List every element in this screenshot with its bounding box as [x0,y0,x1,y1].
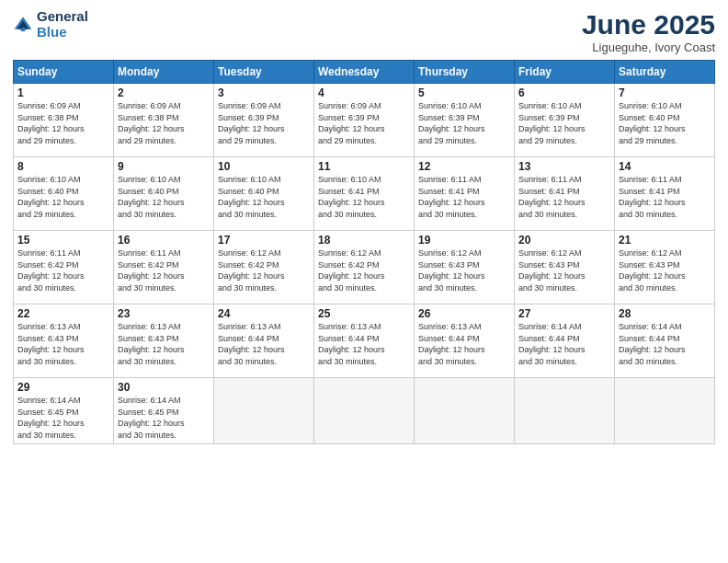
day-info: Sunrise: 6:13 AM Sunset: 6:43 PM Dayligh… [118,321,210,367]
day-number: 18 [318,234,410,247]
day-number: 29 [17,381,109,394]
day-number: 17 [218,234,310,247]
day-number: 12 [418,160,510,173]
day-cell: 20Sunrise: 6:12 AM Sunset: 6:43 PM Dayli… [515,231,615,304]
day-info: Sunrise: 6:11 AM Sunset: 6:42 PM Dayligh… [17,247,109,293]
day-number: 30 [118,381,210,394]
day-number: 2 [118,86,210,99]
day-cell: 8Sunrise: 6:10 AM Sunset: 6:40 PM Daylig… [14,157,114,231]
day-cell: 27Sunrise: 6:14 AM Sunset: 6:44 PM Dayli… [515,304,615,378]
day-cell: 19Sunrise: 6:12 AM Sunset: 6:43 PM Dayli… [415,231,515,304]
calendar-page: General Blue June 2025 Ligueguhe, Ivory … [0,0,728,563]
col-thursday: Thursday [415,61,515,84]
day-number: 13 [518,160,610,173]
day-info: Sunrise: 6:14 AM Sunset: 6:44 PM Dayligh… [619,321,711,367]
col-tuesday: Tuesday [214,61,314,84]
day-info: Sunrise: 6:12 AM Sunset: 6:42 PM Dayligh… [218,247,310,293]
day-info: Sunrise: 6:11 AM Sunset: 6:41 PM Dayligh… [418,174,510,220]
day-cell: 5Sunrise: 6:10 AM Sunset: 6:39 PM Daylig… [415,84,515,157]
day-cell: 3Sunrise: 6:09 AM Sunset: 6:39 PM Daylig… [214,84,314,157]
col-sunday: Sunday [14,61,114,84]
day-cell: 22Sunrise: 6:13 AM Sunset: 6:43 PM Dayli… [14,304,114,378]
day-cell: 29Sunrise: 6:14 AM Sunset: 6:45 PM Dayli… [14,378,114,444]
calendar-table: Sunday Monday Tuesday Wednesday Thursday… [13,60,715,444]
day-info: Sunrise: 6:12 AM Sunset: 6:42 PM Dayligh… [318,247,410,293]
title-block: June 2025 Ligueguhe, Ivory Coast [582,9,715,54]
day-info: Sunrise: 6:10 AM Sunset: 6:40 PM Dayligh… [17,174,109,220]
col-saturday: Saturday [615,61,715,84]
day-number: 6 [518,86,610,99]
day-number: 14 [619,160,711,173]
day-cell [515,378,615,444]
day-info: Sunrise: 6:11 AM Sunset: 6:41 PM Dayligh… [619,174,711,220]
calendar-title: June 2025 [582,9,715,40]
day-number: 8 [17,160,109,173]
day-number: 3 [218,86,310,99]
day-info: Sunrise: 6:11 AM Sunset: 6:41 PM Dayligh… [518,174,610,220]
day-cell: 30Sunrise: 6:14 AM Sunset: 6:45 PM Dayli… [114,378,214,444]
day-number: 23 [118,307,210,320]
day-number: 19 [418,234,510,247]
day-info: Sunrise: 6:09 AM Sunset: 6:38 PM Dayligh… [118,100,210,146]
day-cell: 28Sunrise: 6:14 AM Sunset: 6:44 PM Dayli… [615,304,715,378]
day-info: Sunrise: 6:14 AM Sunset: 6:45 PM Dayligh… [17,395,109,441]
day-info: Sunrise: 6:14 AM Sunset: 6:45 PM Dayligh… [118,395,210,441]
day-info: Sunrise: 6:13 AM Sunset: 6:44 PM Dayligh… [218,321,310,367]
day-number: 24 [218,307,310,320]
day-cell: 14Sunrise: 6:11 AM Sunset: 6:41 PM Dayli… [615,157,715,231]
day-info: Sunrise: 6:10 AM Sunset: 6:40 PM Dayligh… [619,100,711,146]
day-number: 20 [518,234,610,247]
day-info: Sunrise: 6:13 AM Sunset: 6:43 PM Dayligh… [17,321,109,367]
day-number: 9 [118,160,210,173]
day-cell: 9Sunrise: 6:10 AM Sunset: 6:40 PM Daylig… [114,157,214,231]
day-info: Sunrise: 6:10 AM Sunset: 6:39 PM Dayligh… [518,100,610,146]
day-cell: 11Sunrise: 6:10 AM Sunset: 6:41 PM Dayli… [314,157,415,231]
logo-text: General Blue [37,9,88,40]
day-info: Sunrise: 6:11 AM Sunset: 6:42 PM Dayligh… [118,247,210,293]
day-info: Sunrise: 6:10 AM Sunset: 6:40 PM Dayligh… [118,174,210,220]
day-cell: 25Sunrise: 6:13 AM Sunset: 6:44 PM Dayli… [314,304,415,378]
day-number: 16 [118,234,210,247]
day-number: 15 [17,234,109,247]
day-cell [415,378,515,444]
day-cell: 15Sunrise: 6:11 AM Sunset: 6:42 PM Dayli… [14,231,114,304]
day-cell: 26Sunrise: 6:13 AM Sunset: 6:44 PM Dayli… [415,304,515,378]
day-info: Sunrise: 6:10 AM Sunset: 6:41 PM Dayligh… [318,174,410,220]
page-header: General Blue June 2025 Ligueguhe, Ivory … [13,9,715,54]
logo: General Blue [13,9,88,40]
day-number: 27 [518,307,610,320]
day-number: 28 [619,307,711,320]
day-number: 4 [318,86,410,99]
day-cell: 24Sunrise: 6:13 AM Sunset: 6:44 PM Dayli… [214,304,314,378]
day-cell [314,378,415,444]
day-cell: 23Sunrise: 6:13 AM Sunset: 6:43 PM Dayli… [114,304,214,378]
day-info: Sunrise: 6:12 AM Sunset: 6:43 PM Dayligh… [619,247,711,293]
day-number: 5 [418,86,510,99]
day-cell: 1Sunrise: 6:09 AM Sunset: 6:38 PM Daylig… [14,84,114,157]
day-info: Sunrise: 6:09 AM Sunset: 6:39 PM Dayligh… [218,100,310,146]
day-info: Sunrise: 6:13 AM Sunset: 6:44 PM Dayligh… [318,321,410,367]
day-info: Sunrise: 6:10 AM Sunset: 6:39 PM Dayligh… [418,100,510,146]
day-number: 1 [17,86,109,99]
day-cell: 21Sunrise: 6:12 AM Sunset: 6:43 PM Dayli… [615,231,715,304]
day-cell: 4Sunrise: 6:09 AM Sunset: 6:39 PM Daylig… [314,84,415,157]
day-info: Sunrise: 6:12 AM Sunset: 6:43 PM Dayligh… [418,247,510,293]
day-cell: 13Sunrise: 6:11 AM Sunset: 6:41 PM Dayli… [515,157,615,231]
calendar-subtitle: Ligueguhe, Ivory Coast [582,40,715,54]
day-cell: 17Sunrise: 6:12 AM Sunset: 6:42 PM Dayli… [214,231,314,304]
svg-rect-2 [21,28,26,31]
day-cell: 12Sunrise: 6:11 AM Sunset: 6:41 PM Dayli… [415,157,515,231]
day-cell: 18Sunrise: 6:12 AM Sunset: 6:42 PM Dayli… [314,231,415,304]
logo-icon [13,15,33,35]
day-number: 22 [17,307,109,320]
day-info: Sunrise: 6:12 AM Sunset: 6:43 PM Dayligh… [518,247,610,293]
col-friday: Friday [515,61,615,84]
day-info: Sunrise: 6:13 AM Sunset: 6:44 PM Dayligh… [418,321,510,367]
day-info: Sunrise: 6:14 AM Sunset: 6:44 PM Dayligh… [518,321,610,367]
day-info: Sunrise: 6:09 AM Sunset: 6:39 PM Dayligh… [318,100,410,146]
day-number: 11 [318,160,410,173]
day-cell: 16Sunrise: 6:11 AM Sunset: 6:42 PM Dayli… [114,231,214,304]
day-cell [615,378,715,444]
day-cell: 7Sunrise: 6:10 AM Sunset: 6:40 PM Daylig… [615,84,715,157]
day-number: 10 [218,160,310,173]
